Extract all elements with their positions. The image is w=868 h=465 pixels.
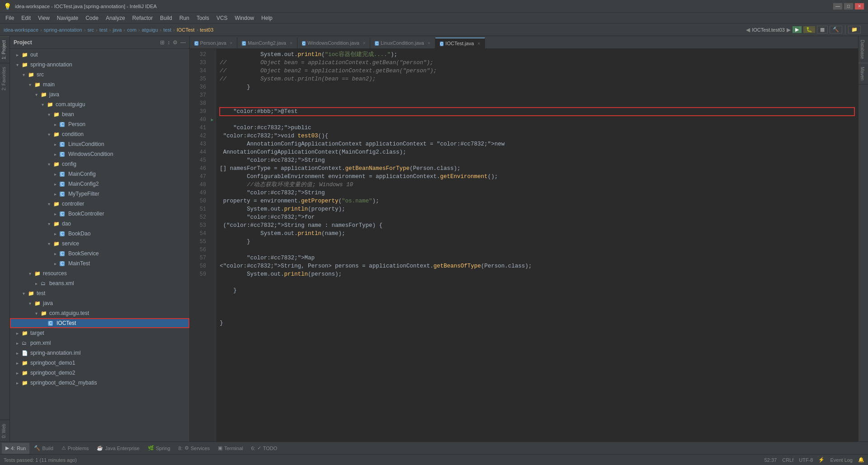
- tree-item-Person[interactable]: ▸CPerson: [10, 119, 189, 129]
- tree-item-src[interactable]: ▾📁src: [10, 70, 189, 80]
- services-tab[interactable]: 8: ⚙ Services: [175, 443, 213, 454]
- sidebar-settings-icon[interactable]: ⚙: [173, 39, 178, 46]
- menu-item-file[interactable]: File: [2, 14, 18, 22]
- tree-item-IOCTest[interactable]: CIOCTest: [10, 318, 189, 328]
- java-enterprise-tab[interactable]: ☕ Java Enterprise: [93, 443, 143, 454]
- tree-item-spring-annotation.iml[interactable]: ▸📄spring-annotation.iml: [10, 348, 189, 358]
- editor-tab-Person-java[interactable]: CPerson.java×: [190, 38, 237, 48]
- editor-tab-MainConfig2-java[interactable]: CMainConfig2.java×: [237, 38, 297, 48]
- run-line-icon[interactable]: ▶: [210, 116, 215, 124]
- tree-item-bean[interactable]: ▾📁bean: [10, 109, 189, 119]
- breadcrumb-com[interactable]: com: [127, 27, 137, 33]
- sidebar-sync-icon[interactable]: ⊞: [160, 39, 165, 46]
- toolbar-folder-button[interactable]: 📁: [848, 26, 861, 33]
- event-log-label[interactable]: Event Log: [830, 457, 853, 463]
- maven-panel-tab[interactable]: Maven: [859, 63, 868, 85]
- breadcrumb-ioctest[interactable]: IOCTest: [177, 27, 195, 33]
- breadcrumb-test03[interactable]: test03: [200, 27, 213, 33]
- database-panel-tab[interactable]: Database: [859, 36, 868, 63]
- tree-item-BookDao[interactable]: ▸CBookDao: [10, 229, 189, 239]
- build-tab[interactable]: 🔨 Build: [30, 443, 57, 454]
- menu-item-window[interactable]: Window: [231, 14, 258, 22]
- tree-item-pom.xml[interactable]: ▸🗂pom.xml: [10, 338, 189, 348]
- coverage-button[interactable]: ▦: [817, 26, 828, 33]
- tree-item-controller[interactable]: ▾📁controller: [10, 199, 189, 209]
- tree-item-MainConfig[interactable]: ▸CMainConfig: [10, 169, 189, 179]
- editor-tab-WindowsCondition-java[interactable]: CWindowsCondition.java×: [297, 38, 371, 48]
- spring-tab[interactable]: 🌿 Spring: [144, 443, 174, 454]
- tree-item-LinuxCondition[interactable]: ▸CLinuxCondition: [10, 139, 189, 149]
- run-tab[interactable]: ▶ 4: Run: [2, 443, 29, 454]
- todo-tab[interactable]: 6: ✓ TODO: [248, 443, 281, 454]
- toolbar-build-button[interactable]: 🔨: [830, 26, 842, 33]
- tree-item-springboot_demo2_mybatis[interactable]: ▸📁springboot_demo2_mybatis: [10, 378, 189, 388]
- menu-item-help[interactable]: Help: [258, 14, 276, 22]
- tree-item-test[interactable]: ▾📁test: [10, 288, 189, 298]
- breadcrumb-test[interactable]: test: [99, 27, 108, 33]
- tree-item-MainConfig2[interactable]: ▸CMainConfig2: [10, 179, 189, 189]
- minimize-button[interactable]: —: [833, 3, 843, 10]
- tree-item-dao[interactable]: ▾📁dao: [10, 219, 189, 229]
- tree-item-MainTest[interactable]: ▸CMainTest: [10, 258, 189, 268]
- debug-button[interactable]: 🐛: [803, 26, 815, 33]
- breadcrumb-idea-workspace[interactable]: idea-workspace: [4, 27, 38, 33]
- menu-item-edit[interactable]: Edit: [18, 14, 34, 22]
- breadcrumb-src[interactable]: src: [87, 27, 94, 33]
- tree-item-target[interactable]: ▸📁target: [10, 328, 189, 338]
- tree-item-resources[interactable]: ▾📁resources: [10, 268, 189, 278]
- close-button[interactable]: ✕: [854, 3, 864, 10]
- breadcrumb-atguigu[interactable]: atguigu: [142, 27, 158, 33]
- menu-item-analyze[interactable]: Analyze: [102, 14, 129, 22]
- favorites-panel-tab[interactable]: 2: Favorites: [0, 63, 9, 94]
- menu-item-run[interactable]: Run: [176, 14, 193, 22]
- terminal-tab[interactable]: ▣ Terminal: [214, 443, 247, 454]
- tab-close-button[interactable]: ×: [477, 41, 480, 46]
- run-config-forward-button[interactable]: ▶: [787, 27, 791, 33]
- tree-item-config[interactable]: ▾📁config: [10, 159, 189, 169]
- project-panel-tab[interactable]: 1: Project: [0, 36, 9, 63]
- menu-item-view[interactable]: View: [34, 14, 53, 22]
- tab-close-button[interactable]: ×: [230, 41, 233, 46]
- menu-item-navigate[interactable]: Navigate: [53, 14, 82, 22]
- tree-item-out[interactable]: ▸📁out: [10, 50, 189, 60]
- web-panel-tab[interactable]: 0: Web: [0, 420, 9, 442]
- tree-item-BookController[interactable]: ▸CBookController: [10, 209, 189, 219]
- menu-item-refactor[interactable]: Refactor: [129, 14, 156, 22]
- run-button[interactable]: ▶: [793, 26, 802, 33]
- menu-item-vcs[interactable]: VCS: [213, 14, 231, 22]
- services-icon: ⚙: [184, 445, 189, 451]
- tree-item-WindowsCondition[interactable]: ▸CWindowsCondition: [10, 149, 189, 159]
- tree-item-MyTypeFilter[interactable]: ▸CMyTypeFilter: [10, 189, 189, 199]
- tree-item-main[interactable]: ▾📁main: [10, 80, 189, 89]
- tree-item-springboot_demo1[interactable]: ▸📁springboot_demo1: [10, 358, 189, 368]
- tab-close-button[interactable]: ×: [363, 41, 366, 46]
- run-config-back-button[interactable]: ◀: [746, 27, 750, 33]
- tree-item-condition[interactable]: ▾📁condition: [10, 129, 189, 139]
- tree-item-com.atguigu[interactable]: ▾📁com.atguigu: [10, 99, 189, 109]
- breadcrumb-java[interactable]: java: [113, 27, 122, 33]
- notifications-icon[interactable]: 🔔: [858, 457, 864, 463]
- problems-tab[interactable]: ⚠ Problems: [58, 443, 92, 454]
- menu-item-code[interactable]: Code: [82, 14, 102, 22]
- event-log-icon[interactable]: ⚡: [818, 457, 825, 463]
- breadcrumb-spring-annotation[interactable]: spring-annotation: [44, 27, 82, 33]
- tree-item-spring-annotation[interactable]: ▾📁spring-annotation: [10, 60, 189, 70]
- menu-item-build[interactable]: Build: [156, 14, 176, 22]
- breadcrumb-test2[interactable]: test: [163, 27, 171, 33]
- tree-item-java-main[interactable]: ▾📁java: [10, 89, 189, 99]
- tree-item-com.atguigu.test[interactable]: ▾📁com.atguigu.test: [10, 308, 189, 318]
- sidebar-expand-icon[interactable]: ↕: [167, 39, 170, 46]
- maximize-button[interactable]: □: [844, 3, 854, 10]
- tree-item-java-test[interactable]: ▾📁java: [10, 298, 189, 308]
- tab-close-button[interactable]: ×: [428, 41, 430, 46]
- editor-tab-IOCTest-java[interactable]: CIOCTest.java×: [435, 38, 485, 48]
- tab-close-button[interactable]: ×: [290, 41, 292, 46]
- tree-item-service[interactable]: ▾📁service: [10, 239, 189, 249]
- code-editor[interactable]: System.out.println("ioc容器创建完成...."); // …: [216, 49, 858, 442]
- editor-tab-LinuxCondition-java[interactable]: CLinuxCondition.java×: [370, 38, 435, 48]
- menu-item-tools[interactable]: Tools: [193, 14, 213, 22]
- tree-item-springboot_demo2[interactable]: ▸📁springboot_demo2: [10, 368, 189, 378]
- sidebar-minimize-icon[interactable]: —: [180, 39, 186, 46]
- tree-item-beans.xml[interactable]: ▸🗂beans.xml: [10, 278, 189, 288]
- tree-item-BookService[interactable]: ▸CBookService: [10, 249, 189, 258]
